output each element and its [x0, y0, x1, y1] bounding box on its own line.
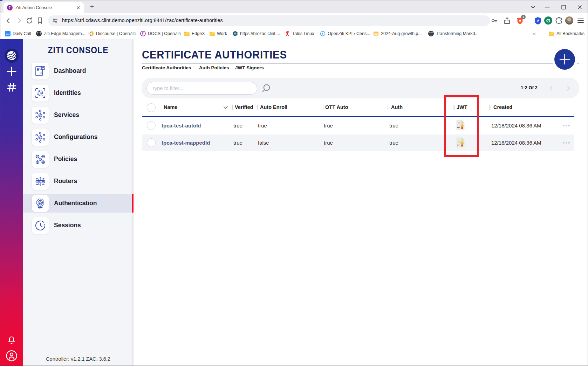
svg-text:zm: zm: [6, 33, 9, 36]
